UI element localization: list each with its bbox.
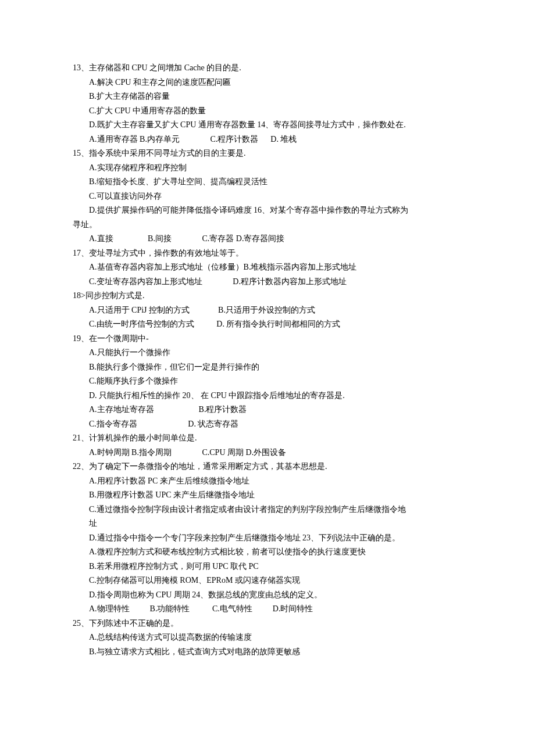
question-stem: 13、主存储器和 CPU 之间增加 Cache 的目的是.: [73, 61, 462, 76]
question-stem: 21、计算机操作的最小时间单位是.: [73, 431, 462, 446]
option-line: B.能执行多个微操作，但它们一定是并行操作的: [73, 360, 462, 375]
option-line: C.控制存储器可以用掩模 ROM、EPRoM 或闪速存储器实现: [73, 574, 462, 588]
question-stem: 25、下列陈述中不正确的是。: [73, 617, 462, 631]
question-block: 21、计算机操作的最小时间单位是.A.时钟周期 B.指令周期 C.CPU 周期 …: [73, 431, 462, 460]
option-line: C.变址寄存器内容加上形式地址 D.程序计数器内容加上形式地址: [73, 275, 462, 289]
question-stem: 19、在一个微周期中-: [73, 332, 462, 346]
question-block: 15、指令系统中采用不同寻址方式的目的主要是.A.实现存储程序和程序控制B.缩短…: [73, 146, 462, 218]
option-line: D.提供扩展操作码的可能并降低指令译码难度 16、对某个寄存器中操作数的寻址方式…: [73, 203, 462, 218]
question-block: 13、主存储器和 CPU 之间增加 Cache 的目的是.A.解决 CPU 和主…: [73, 61, 462, 146]
option-line: A.只能执行一个微操作: [73, 346, 462, 360]
option-line: A.微程序控制方式和硬布线控制方式相比较，前者可以使指令的执行速度更快: [73, 545, 462, 560]
question-stem: 15、指令系统中采用不同寻址方式的目的主要是.: [73, 146, 462, 161]
option-line: 址: [73, 517, 462, 531]
question-tail: 寻址。: [73, 218, 462, 232]
option-line: A.基值寄存器内容加上形式地址（位移量）B.堆栈指示器内容加上形式地址: [73, 260, 462, 275]
question-stem: 18>同步控制方式是.: [73, 289, 462, 303]
question-block: 19、在一个微周期中-A.只能执行一个微操作B.能执行多个微操作，但它们一定是并…: [73, 332, 462, 432]
option-line: C.可以直接访问外存: [73, 189, 462, 204]
question-block: 17、变址寻址方式中，操作数的有效地址等于。A.基值寄存器内容加上形式地址（位移…: [73, 246, 462, 289]
question-block: 25、下列陈述中不正确的是。A.总线结构传送方式可以提高数据的传输速度B.与独立…: [73, 617, 462, 660]
question-stem: 22、为了确定下一条微指令的地址，通常采用断定方式，其基本思想是.: [73, 460, 462, 474]
option-line: D. 只能执行相斥性的操作 20、 在 CPU 中跟踪指令后维地址的寄存器是.: [73, 389, 462, 403]
option-line: A.实现存储程序和程序控制: [73, 161, 462, 175]
exam-page: 13、主存储器和 CPU 之间增加 Cache 的目的是.A.解决 CPU 和主…: [73, 61, 462, 659]
option-line: B.用微程序计数器 UPC 来产生后继微指令地址: [73, 488, 462, 503]
question-block: 18>同步控制方式是.A.只适用于 CPiJ 控制的方式 B.只适用于外设控制的…: [73, 289, 462, 332]
option-line: A.总线结构传送方式可以提高数据的传输速度: [73, 630, 462, 645]
option-line: C.指令寄存器 D. 状态寄存器: [73, 417, 462, 432]
option-line: B.缩短指令长度、扩大寻址空间、提高编程灵活性: [73, 175, 462, 189]
option-line: D.指令周期也称为 CPU 周期 24、数据总线的宽度由总线的定义。: [73, 588, 462, 603]
question-stem: 17、变址寻址方式中，操作数的有效地址等于。: [73, 246, 462, 261]
option-line: A.只适用于 CPiJ 控制的方式 B.只适用于外设控制的方式: [73, 303, 462, 318]
option-line: B.扩大主存储器的容量: [73, 89, 462, 104]
option-line: A.时钟周期 B.指令周期 C.CPU 周期 D.外围设备: [73, 446, 462, 460]
option-line: C.扩大 CPU 中通用寄存器的数量: [73, 104, 462, 119]
option-line: A.直接 B.间接 C.寄存器 D.寄存器间接: [73, 232, 462, 246]
option-line: C.能顺序执行多个微操作: [73, 374, 462, 389]
question-block: 22、为了确定下一条微指令的地址，通常采用断定方式，其基本思想是.A.用程序计数…: [73, 460, 462, 617]
question-block: 寻址。A.直接 B.间接 C.寄存器 D.寄存器间接: [73, 218, 462, 246]
option-line: D.既扩大主存容量又扩大 CPU 通用寄存器数量 14、寄存器间接寻址方式中，操…: [73, 118, 462, 132]
option-line: A.用程序计数器 PC 来产生后维续微指令地址: [73, 474, 462, 489]
option-line: A.通用寄存器 B.内存单元 C.程序计数器 D. 堆栈: [73, 132, 462, 147]
option-line: A.主存地址寄存器 B.程序计数器: [73, 403, 462, 417]
option-line: A.物理特性 B.功能特性 C.电气特性 D.时间特性: [73, 602, 462, 617]
option-line: B.若釆用微程序控制方式，则可用 UPC 取代 PC: [73, 560, 462, 574]
option-line: C.通过微指令控制字段由设计者指定或者由设计者指定的判别字段控制产生后继微指令地: [73, 503, 462, 517]
option-line: A.解决 CPU 和主存之间的速度匹配问匾: [73, 76, 462, 90]
option-line: B.与独立请求方式相比，链式查询方式对电路的故障更敏感: [73, 645, 462, 660]
option-line: C.由统一时序信号控制的方式 D. 所有指令执行时间都相同的方式: [73, 317, 462, 332]
option-line: D.通过指令中指令一个专门字段来控制产生后继微指令地址 23、下列说法中正确的是…: [73, 531, 462, 546]
